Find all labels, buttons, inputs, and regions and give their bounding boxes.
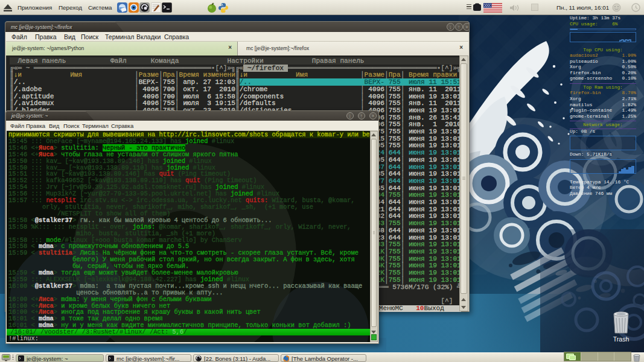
svg-text:Trash: Trash: [613, 335, 630, 343]
